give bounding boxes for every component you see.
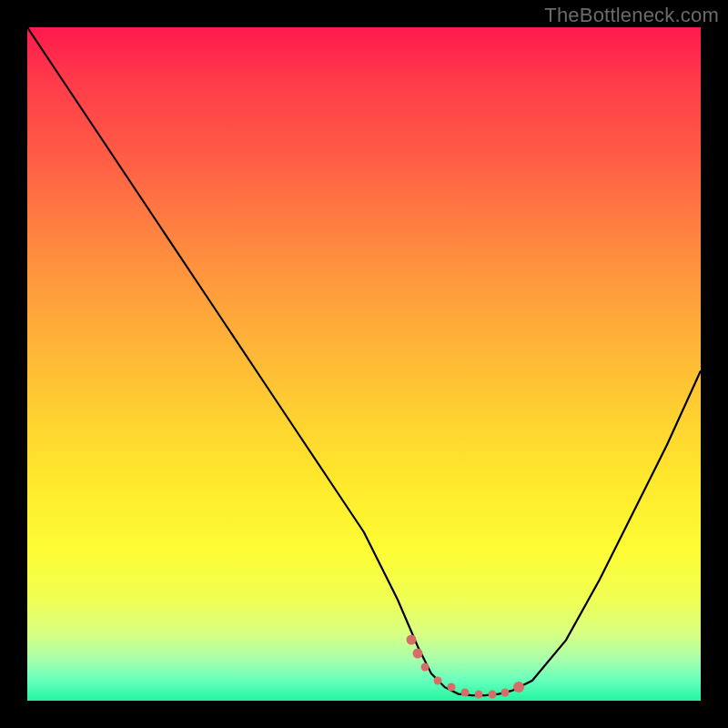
- curve-marker: [406, 635, 416, 645]
- curve-marker: [413, 649, 423, 659]
- watermark-text: TheBottleneck.com: [544, 4, 719, 27]
- curve-marker: [461, 689, 470, 697]
- curve-marker: [434, 676, 442, 684]
- curve-marker: [488, 691, 496, 699]
- plot-area: [27, 27, 701, 701]
- curve-marker: [513, 682, 524, 693]
- curve-marker: [474, 691, 482, 699]
- marker-layer: [27, 27, 701, 701]
- curve-marker: [448, 683, 456, 692]
- chart-frame: TheBottleneck.com: [0, 0, 728, 728]
- curve-marker: [420, 663, 429, 672]
- curve-marker: [501, 689, 510, 697]
